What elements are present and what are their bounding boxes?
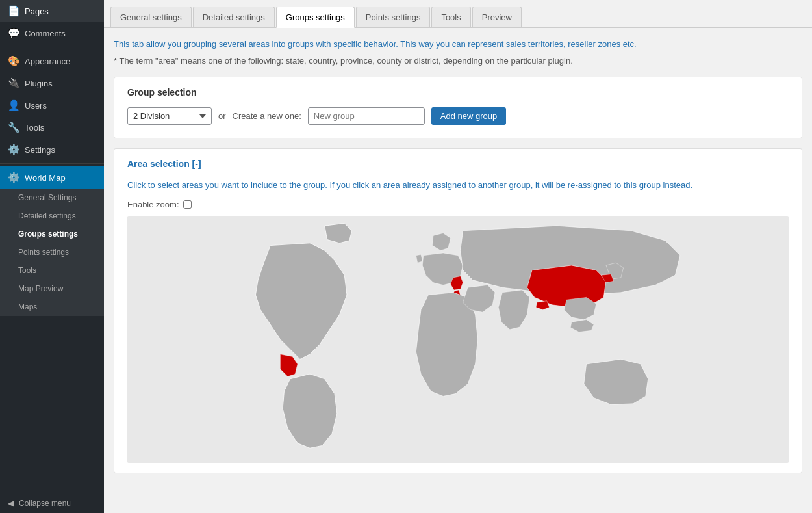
tab-general-settings[interactable]: General settings	[110, 7, 192, 27]
submenu-points-settings[interactable]: Points settings	[0, 243, 104, 261]
comments-icon: 💬	[8, 27, 19, 39]
sidebar-item-settings[interactable]: ⚙️ Settings	[0, 138, 104, 161]
create-label: Create a new one:	[233, 111, 301, 121]
tab-detailed-settings[interactable]: Detailed settings	[193, 7, 275, 27]
area-info-text: Click to select areas you want to includ…	[127, 179, 789, 192]
submenu-detailed-settings[interactable]: Detailed settings	[0, 207, 104, 225]
collapse-icon: ◀	[8, 499, 14, 508]
sidebar-item-tools[interactable]: 🔧 Tools	[0, 116, 104, 138]
tools-icon: 🔧	[8, 122, 19, 133]
info-text-secondary: * The term "area" means one of the follo…	[114, 55, 802, 68]
group-selection-box: Group selection 2 Division 1 Division 3 …	[114, 77, 802, 138]
collapse-menu[interactable]: ◀ Collapse menu	[0, 493, 104, 513]
info-text: This tab allow you grouping several area…	[114, 38, 802, 51]
sidebar-submenu: General Settings Detailed settings Group…	[0, 189, 104, 316]
tab-points-settings[interactable]: Points settings	[356, 7, 431, 27]
sidebar-item-appearance[interactable]: 🎨 Appearance	[0, 50, 104, 72]
add-group-button[interactable]: Add new group	[431, 107, 506, 125]
pages-icon: 📄	[8, 5, 19, 17]
or-text: or	[218, 111, 226, 121]
sidebar-separator-2	[0, 163, 104, 164]
tabs-bar: General settings Detailed settings Group…	[104, 0, 812, 28]
enable-zoom-checkbox[interactable]	[183, 200, 192, 209]
area-selection-box: Area selection [-] Click to select areas…	[114, 148, 802, 473]
world-map-svg	[127, 216, 789, 463]
enable-zoom-row: Enable zoom:	[127, 200, 789, 209]
appearance-icon: 🎨	[8, 55, 19, 67]
area-selection-link[interactable]: Area selection [-]	[127, 159, 201, 169]
group-select[interactable]: 2 Division 1 Division 3 Division	[127, 107, 212, 125]
world-map-icon: ⚙️	[8, 172, 19, 183]
sidebar-item-users[interactable]: 👤 Users	[0, 94, 104, 116]
plugins-icon: 🔌	[8, 77, 19, 89]
submenu-groups-settings[interactable]: Groups settings	[0, 225, 104, 243]
submenu-general-settings[interactable]: General Settings	[0, 189, 104, 207]
new-group-input[interactable]	[308, 107, 425, 125]
sidebar-item-world-map[interactable]: ⚙️ World Map	[0, 166, 104, 189]
sidebar-separator	[0, 47, 104, 47]
group-select-row: 2 Division 1 Division 3 Division or Crea…	[127, 107, 789, 125]
content-area: This tab allow you grouping several area…	[104, 28, 812, 513]
tab-preview[interactable]: Preview	[472, 7, 522, 27]
main-content: General settings Detailed settings Group…	[104, 0, 812, 513]
submenu-tools[interactable]: Tools	[0, 261, 104, 280]
tab-groups-settings[interactable]: Groups settings	[276, 7, 355, 28]
tab-tools[interactable]: Tools	[431, 7, 470, 27]
sidebar: 📄 Pages 💬 Comments 🎨 Appearance 🔌 Plugin…	[0, 0, 104, 513]
area-section-header: Area selection [-]	[127, 159, 789, 169]
enable-zoom-label: Enable zoom:	[127, 200, 179, 209]
submenu-maps[interactable]: Maps	[0, 298, 104, 316]
users-icon: 👤	[8, 99, 19, 111]
world-map-container	[127, 216, 789, 463]
sidebar-item-plugins[interactable]: 🔌 Plugins	[0, 72, 104, 94]
group-selection-title: Group selection	[127, 87, 789, 98]
sidebar-item-comments[interactable]: 💬 Comments	[0, 22, 104, 44]
sidebar-item-pages[interactable]: 📄 Pages	[0, 0, 104, 22]
submenu-map-preview[interactable]: Map Preview	[0, 280, 104, 298]
settings-icon: ⚙️	[8, 144, 19, 155]
